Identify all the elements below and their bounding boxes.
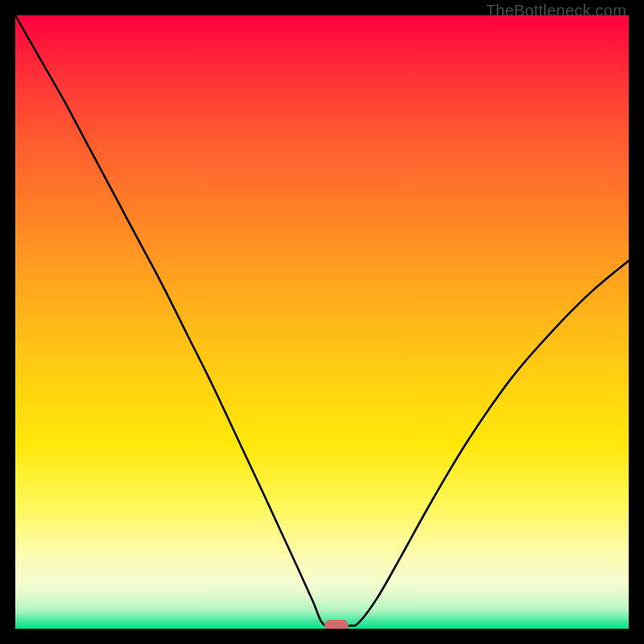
curve-minimum-marker [324, 620, 349, 629]
bottleneck-gradient-bg [15, 15, 629, 629]
watermark-text: TheBottleneck.com [485, 2, 626, 20]
chart-frame: TheBottleneck.com [0, 0, 644, 644]
plot-area [15, 15, 629, 629]
